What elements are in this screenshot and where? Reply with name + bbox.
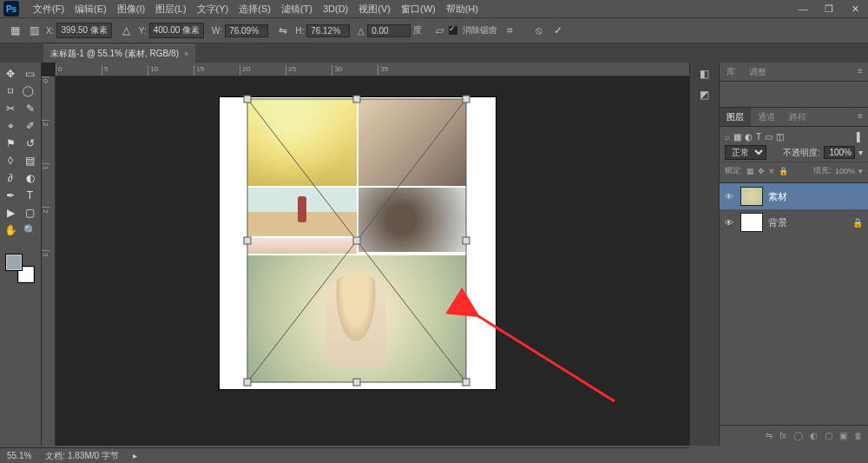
stamp-tool[interactable]: ⚑ — [2, 136, 19, 151]
fill-field[interactable]: 100% — [835, 167, 855, 175]
lock-all-icon[interactable]: 🔒 — [779, 167, 788, 175]
brush-tool[interactable]: ✐ — [22, 118, 39, 134]
menu-type[interactable]: 文字(Y) — [192, 3, 234, 16]
commit-transform-icon[interactable]: ✓ — [550, 23, 566, 38]
menu-3d[interactable]: 3D(D) — [318, 3, 353, 14]
tab-layers[interactable]: 图层 — [720, 108, 751, 126]
zoom-level[interactable]: 55.1% — [7, 451, 31, 460]
panel-menu-icon[interactable]: ≡ — [852, 63, 868, 81]
warp-icon[interactable]: ⌗ — [502, 23, 517, 38]
close-tab-icon[interactable]: × — [184, 50, 188, 58]
color-swatches[interactable] — [5, 254, 35, 283]
properties-panel-icon[interactable]: ◩ — [700, 89, 709, 101]
filter-adjust-icon[interactable]: ◐ — [745, 132, 753, 142]
hand-tool[interactable]: ✋ — [2, 222, 19, 238]
path-select-tool[interactable]: ▶ — [2, 205, 19, 221]
reference-point-icon[interactable]: ▥ — [26, 23, 42, 38]
eraser-tool[interactable]: ◊ — [2, 153, 19, 169]
group-layers-icon[interactable]: ▢ — [825, 431, 832, 440]
menu-layer[interactable]: 图层(L) — [150, 3, 191, 16]
blur-tool[interactable]: ∂ — [2, 170, 19, 186]
menu-image[interactable]: 图像(I) — [112, 3, 150, 16]
pen-tool[interactable]: ✒ — [2, 188, 19, 203]
type-tool[interactable]: T — [22, 188, 39, 203]
link-xy-icon[interactable]: △ — [119, 23, 135, 38]
delete-layer-icon[interactable]: 🗑 — [854, 431, 863, 440]
adjustment-layer-icon[interactable]: ◐ — [810, 431, 818, 440]
ruler-horizontal[interactable]: 0 5 10 15 20 25 30 35 — [56, 63, 689, 76]
layer-row[interactable]: 👁 背景 🔒 — [720, 209, 868, 235]
ruler-tick: 20 — [240, 65, 283, 76]
layer-mask-icon[interactable]: ◯ — [793, 431, 803, 440]
canvas-area[interactable]: 0 5 10 15 20 25 30 35 0 2 1 2 3 — [42, 63, 689, 446]
link-layers-icon[interactable]: ⇋ — [766, 431, 773, 440]
tab-channels[interactable]: 通道 — [751, 108, 782, 126]
placed-image[interactable] — [247, 99, 466, 382]
y-field[interactable]: 400.00 像素 — [149, 23, 204, 38]
window-maximize[interactable]: ❐ — [816, 3, 842, 15]
visibility-icon[interactable]: 👁 — [725, 218, 735, 228]
shape-tool[interactable]: ▢ — [22, 205, 39, 221]
filter-toggle[interactable]: ▌ — [857, 132, 863, 142]
filter-type-icon[interactable]: T — [756, 132, 761, 142]
ruler-vertical[interactable]: 0 2 1 2 3 — [42, 76, 56, 446]
angle-field[interactable]: 0.00 — [367, 24, 411, 37]
opacity-dropdown-icon[interactable]: ▾ — [858, 148, 863, 157]
menu-view[interactable]: 视图(V) — [353, 3, 396, 16]
layer-thumbnail[interactable] — [740, 187, 763, 206]
layer-style-icon[interactable]: fx — [779, 431, 786, 440]
menu-filter[interactable]: 滤镜(T) — [276, 3, 318, 16]
tab-paths[interactable]: 路径 — [782, 108, 813, 126]
menu-edit[interactable]: 编辑(E) — [69, 3, 112, 16]
menu-help[interactable]: 帮助(H) — [441, 3, 483, 16]
layer-thumbnail[interactable] — [740, 213, 763, 232]
move-tool[interactable]: ✥ — [2, 66, 19, 82]
filter-pixel-icon[interactable]: ▦ — [733, 132, 741, 142]
zoom-tool[interactable]: 🔍 — [22, 222, 39, 238]
menu-select[interactable]: 选择(S) — [233, 3, 276, 16]
window-minimize[interactable]: — — [790, 3, 816, 15]
history-panel-icon[interactable]: ◧ — [700, 68, 709, 80]
patch-tool[interactable]: ⌖ — [2, 118, 19, 134]
cancel-transform-icon[interactable]: ⦸ — [531, 23, 547, 38]
x-field[interactable]: 399.50 像素 — [56, 23, 111, 38]
layer-name[interactable]: 背景 — [768, 216, 787, 229]
link-wh-icon[interactable]: ⇋ — [275, 23, 291, 38]
antialias-checkbox[interactable] — [449, 26, 457, 35]
marquee-tool[interactable]: ▭ — [22, 66, 39, 82]
panel-menu-icon[interactable]: ≡ — [852, 108, 868, 126]
layer-row[interactable]: 👁 素材 — [720, 183, 868, 209]
foreground-color-swatch[interactable] — [5, 254, 23, 271]
eyedropper-tool[interactable]: ✎ — [22, 101, 39, 116]
opacity-field[interactable]: 100% — [824, 146, 855, 159]
lock-image-icon[interactable]: ⤧ — [768, 167, 775, 175]
w-field[interactable]: 76.09% — [225, 24, 268, 37]
lock-pixels-icon[interactable]: ▦ — [746, 167, 754, 175]
gradient-tool[interactable]: ▤ — [22, 153, 39, 169]
skew-h-icon[interactable]: ▱ — [431, 23, 447, 38]
document-tab[interactable]: 未标题-1 @ 55.1% (素材, RGB/8) × — [43, 44, 195, 63]
lasso-tool[interactable]: ⌑ — [2, 83, 19, 99]
layer-name[interactable]: 素材 — [768, 190, 787, 203]
transform-origin-icon[interactable]: ▦ — [7, 23, 23, 38]
document-canvas[interactable] — [220, 97, 496, 389]
menu-window[interactable]: 窗口(W) — [396, 3, 441, 16]
dodge-tool[interactable]: ◐ — [22, 170, 39, 186]
status-menu-icon[interactable]: ▸ — [133, 451, 137, 460]
blend-mode-select[interactable]: 正常 — [725, 145, 766, 160]
lock-position-icon[interactable]: ✥ — [758, 167, 765, 175]
window-close[interactable]: ✕ — [842, 3, 868, 15]
tab-adjust[interactable]: 调整 — [742, 63, 773, 81]
filter-shape-icon[interactable]: ▭ — [765, 132, 773, 142]
menu-file[interactable]: 文件(F) — [28, 3, 69, 16]
tab-library[interactable]: 库 — [720, 63, 742, 81]
history-brush-tool[interactable]: ↺ — [22, 136, 39, 151]
filter-smart-icon[interactable]: ◫ — [776, 132, 784, 142]
h-field[interactable]: 76.12% — [306, 24, 350, 37]
new-layer-icon[interactable]: ▣ — [839, 431, 847, 440]
quick-select-tool[interactable]: ⃝ — [22, 83, 39, 99]
fill-dropdown-icon[interactable]: ▾ — [858, 167, 863, 175]
layer-filter-icon[interactable]: ⌕ — [725, 132, 730, 142]
visibility-icon[interactable]: 👁 — [725, 192, 735, 202]
crop-tool[interactable]: ✂ — [2, 101, 19, 116]
